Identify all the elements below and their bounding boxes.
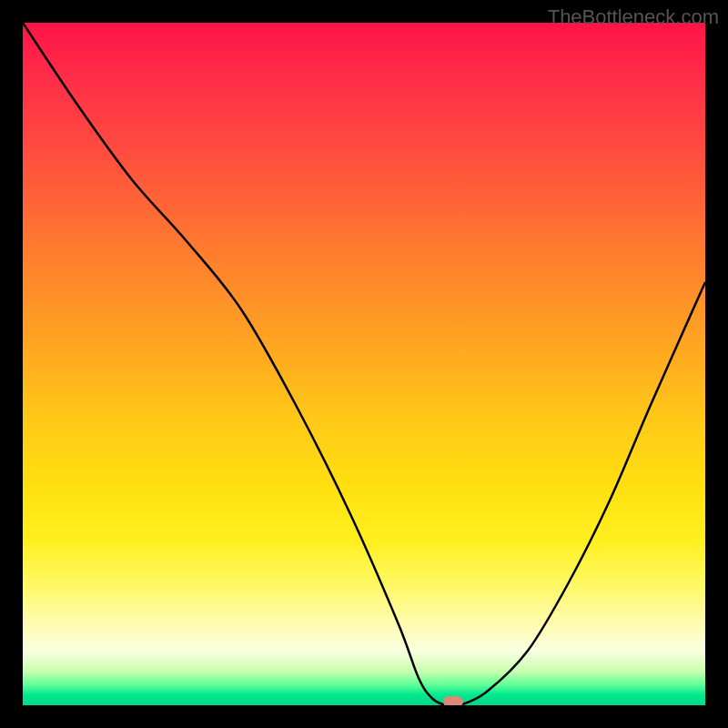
bottleneck-curve-path bbox=[23, 23, 705, 705]
watermark-text: TheBottleneck.com bbox=[548, 5, 719, 29]
chart-curve-svg bbox=[23, 23, 705, 705]
optimal-marker bbox=[443, 696, 463, 705]
chart-plot-area bbox=[23, 23, 705, 705]
